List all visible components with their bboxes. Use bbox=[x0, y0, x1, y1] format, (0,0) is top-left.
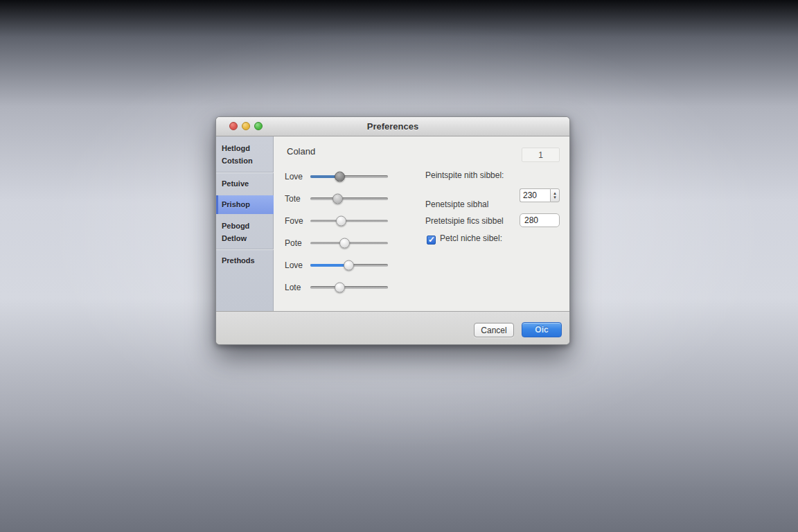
slider-thumb[interactable] bbox=[335, 283, 345, 293]
stepper-control[interactable]: ▴ ▾ bbox=[550, 188, 560, 202]
label-mid: Penetsipte sibhal bbox=[425, 200, 488, 209]
slider-label: Pote bbox=[285, 236, 308, 250]
slider[interactable] bbox=[310, 236, 388, 250]
label-bottom: Pretetsipie fics sibbel bbox=[425, 216, 504, 226]
label-top: Peintspite nith sibbel: bbox=[425, 170, 504, 180]
sidebar: Hetlogd Cotstion Petuive Prishop Pebogd … bbox=[216, 136, 274, 311]
slider[interactable] bbox=[310, 170, 388, 184]
slider-thumb[interactable] bbox=[339, 238, 350, 249]
slider[interactable] bbox=[310, 281, 388, 294]
slider-row: Love bbox=[274, 258, 481, 272]
sidebar-item-5[interactable]: Prethods bbox=[216, 254, 274, 267]
preferences-window: Preferences Hetlogd Cotstion Petuive Pri… bbox=[215, 116, 570, 345]
checkbox[interactable]: ✓ bbox=[427, 236, 436, 245]
sidebar-item-4-line-1[interactable]: Pebogd bbox=[216, 220, 274, 232]
sidebar-item-2[interactable]: Petuive bbox=[216, 177, 274, 190]
check-icon: ✓ bbox=[428, 235, 435, 245]
cancel-button[interactable]: Cancel bbox=[474, 323, 514, 337]
sidebar-item-4-line-2[interactable]: Detlow bbox=[216, 232, 274, 245]
slider-thumb[interactable] bbox=[336, 216, 346, 227]
sidebar-separator bbox=[216, 172, 274, 172]
slider-label: Lote bbox=[285, 281, 308, 294]
content-pane: Coland Love Tote Fove bbox=[274, 136, 570, 311]
stepper-field-group: ▴ ▾ bbox=[520, 188, 560, 202]
sidebar-item-3-selected[interactable]: Prishop bbox=[216, 195, 274, 214]
slider-track bbox=[310, 197, 388, 200]
slider[interactable] bbox=[310, 214, 388, 228]
plain-value-field[interactable] bbox=[520, 213, 560, 227]
slider-label: Love bbox=[285, 258, 308, 272]
slider[interactable] bbox=[310, 258, 388, 272]
slider[interactable] bbox=[310, 192, 388, 206]
slider-thumb[interactable] bbox=[344, 260, 354, 271]
ok-button[interactable]: Oic bbox=[522, 322, 562, 337]
sidebar-item-1-line-2[interactable]: Cotstion bbox=[216, 154, 274, 167]
slider-thumb[interactable] bbox=[332, 194, 343, 204]
stepper-value-field[interactable] bbox=[520, 188, 550, 202]
titlebar[interactable]: Preferences bbox=[216, 117, 569, 136]
window-title: Preferences bbox=[216, 121, 569, 132]
section-header: Coland bbox=[287, 146, 315, 157]
sidebar-item-1-line-1[interactable]: Hetlogd bbox=[216, 142, 274, 154]
footer-bar: Cancel Oic bbox=[216, 311, 570, 345]
stepper-down-icon[interactable]: ▾ bbox=[553, 195, 556, 200]
slider-track bbox=[310, 286, 388, 289]
top-value-field[interactable] bbox=[522, 148, 560, 162]
slider-label: Fove bbox=[285, 214, 308, 228]
sidebar-separator bbox=[216, 249, 274, 249]
slider-row: Lote bbox=[274, 281, 481, 294]
slider-thumb[interactable] bbox=[335, 172, 345, 182]
checkbox-label: Petcl niche sibel: bbox=[440, 233, 502, 243]
desktop-background: Preferences Hetlogd Cotstion Petuive Pri… bbox=[0, 0, 798, 532]
slider-label: Tote bbox=[285, 192, 308, 206]
slider-track bbox=[310, 220, 388, 222]
slider-label: Love bbox=[285, 170, 308, 184]
